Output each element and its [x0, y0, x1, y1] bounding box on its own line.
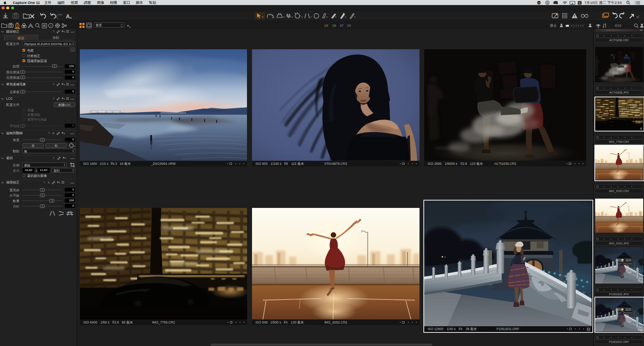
svg-text:LINE: LINE	[537, 2, 540, 4]
svg-text:8/10: 8/10	[615, 24, 622, 28]
svg-text:29: 29	[332, 24, 336, 28]
svg-text:匯合: 匯合	[550, 24, 557, 28]
svg-text:28: 28	[347, 24, 351, 28]
svg-text:19: 19	[324, 24, 328, 28]
svg-text:A: A	[66, 13, 70, 19]
svg-text:+: +	[127, 23, 129, 28]
svg-text:47: 47	[340, 24, 344, 28]
svg-text:中: 中	[578, 2, 581, 4]
